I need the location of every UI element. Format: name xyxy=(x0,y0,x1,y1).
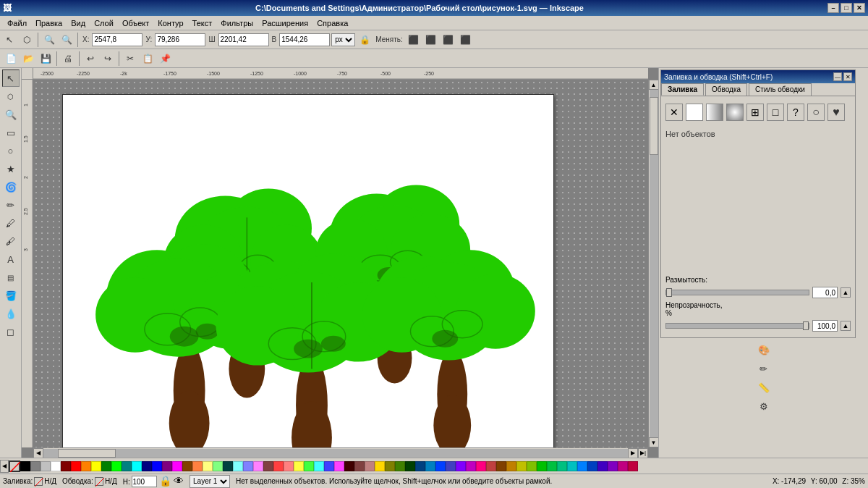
redo-btn[interactable]: ↪ xyxy=(100,51,116,67)
transform-btn2[interactable]: ⬛ xyxy=(423,32,439,48)
eraser-tool[interactable]: ◻ xyxy=(2,323,20,340)
hscroll-left-btn[interactable]: ◀ xyxy=(33,448,43,458)
color-swatch[interactable] xyxy=(456,461,466,471)
color-swatch[interactable] xyxy=(476,461,486,471)
stroke-style-tab[interactable]: Стиль обводки xyxy=(749,83,812,96)
color-swatch[interactable] xyxy=(608,461,618,471)
fill-tab[interactable]: Заливка xyxy=(661,83,704,96)
pen-tool[interactable]: 🖊 xyxy=(2,214,20,232)
color-swatch[interactable] xyxy=(213,461,223,471)
color-swatch[interactable] xyxy=(496,461,506,471)
open-btn[interactable]: 📂 xyxy=(20,51,36,67)
color-swatch[interactable] xyxy=(537,461,547,471)
menu-item-вид[interactable]: Вид xyxy=(67,17,90,29)
menu-item-расширения[interactable]: Расширения xyxy=(258,17,312,29)
color-swatch[interactable] xyxy=(557,461,567,471)
selector-tool[interactable]: ↖ xyxy=(2,70,20,87)
no-color-swatch[interactable] xyxy=(9,460,20,472)
color-swatch[interactable] xyxy=(385,461,395,471)
color-swatch[interactable] xyxy=(446,461,456,471)
layer-select[interactable]: Layer 1 xyxy=(190,475,230,488)
print-btn[interactable]: 🖨 xyxy=(60,51,76,67)
color-swatch[interactable] xyxy=(314,461,324,471)
transform-btn4[interactable]: ⬛ xyxy=(458,32,474,48)
menu-item-файл[interactable]: Файл xyxy=(3,17,31,29)
x-input[interactable] xyxy=(92,33,142,46)
fill-flat-btn[interactable] xyxy=(686,104,703,121)
maximize-button[interactable]: □ xyxy=(841,3,852,13)
hscroll-thumb[interactable] xyxy=(58,449,116,458)
star-tool[interactable]: ★ xyxy=(2,160,20,177)
text-tool[interactable]: A xyxy=(2,251,20,268)
color-swatch[interactable] xyxy=(192,461,203,471)
color-swatch[interactable] xyxy=(435,461,446,471)
menu-item-контур[interactable]: Контур xyxy=(153,17,187,29)
color-swatch[interactable] xyxy=(516,461,527,471)
gradient-tool[interactable]: ▤ xyxy=(2,269,20,286)
node-tool-btn[interactable]: ⬡ xyxy=(19,32,35,48)
w-input[interactable] xyxy=(218,33,269,46)
menu-item-слой[interactable]: Слой xyxy=(90,17,118,29)
lock-ratio-btn[interactable]: 🔒 xyxy=(357,32,373,48)
color-swatch[interactable] xyxy=(233,461,243,471)
select-tool-btn[interactable]: ↖ xyxy=(1,32,17,48)
fill-tool[interactable]: 🪣 xyxy=(2,287,20,304)
vscroll-up-btn[interactable]: ▲ xyxy=(649,80,659,90)
transform-btn3[interactable]: ⬛ xyxy=(441,32,456,48)
color-swatch[interactable] xyxy=(567,461,577,471)
color-swatch[interactable] xyxy=(263,461,273,471)
color-swatch[interactable] xyxy=(41,461,51,471)
color-swatch[interactable] xyxy=(466,461,476,471)
color-swatch[interactable] xyxy=(152,461,162,471)
color-swatch[interactable] xyxy=(618,461,628,471)
color-swatch[interactable] xyxy=(628,461,638,471)
color-swatch[interactable] xyxy=(91,461,101,471)
panel-close-btn[interactable]: ✕ xyxy=(843,72,852,81)
save-btn[interactable]: 💾 xyxy=(38,51,54,67)
color-swatch[interactable] xyxy=(587,461,597,471)
color-swatch[interactable] xyxy=(365,461,375,471)
zoom-in-btn[interactable]: 🔍 xyxy=(41,32,57,48)
pencil-tool[interactable]: ✏ xyxy=(2,196,20,214)
right-icon4[interactable]: ⚙ xyxy=(755,397,773,415)
color-swatch[interactable] xyxy=(223,461,233,471)
color-swatch[interactable] xyxy=(344,461,354,471)
undo-btn[interactable]: ↩ xyxy=(82,51,98,67)
menu-item-фильтры[interactable]: Фильтры xyxy=(216,17,258,29)
color-swatch[interactable] xyxy=(101,461,111,471)
blur-spinner-up[interactable]: ▲ xyxy=(841,287,851,298)
right-icon2[interactable]: ✏ xyxy=(755,360,773,377)
hscroll-end-btn[interactable]: ▶| xyxy=(638,448,648,458)
blur-value[interactable] xyxy=(812,287,838,298)
color-swatch[interactable] xyxy=(20,461,30,471)
color-swatch[interactable] xyxy=(111,461,122,471)
menu-item-объект[interactable]: Объект xyxy=(118,17,153,29)
blur-thumb[interactable] xyxy=(666,288,672,297)
node-tool[interactable]: ⬡ xyxy=(2,88,20,105)
color-swatch[interactable] xyxy=(577,461,587,471)
color-swatch[interactable] xyxy=(51,461,61,471)
color-swatch[interactable] xyxy=(547,461,557,471)
color-swatch[interactable] xyxy=(334,461,344,471)
color-swatch[interactable] xyxy=(324,461,334,471)
fill-border-btn[interactable]: □ xyxy=(767,104,784,121)
lock-icon[interactable]: 🔒 xyxy=(159,475,171,487)
vertical-scrollbar[interactable]: ▲ ▼ xyxy=(648,80,658,447)
units-select[interactable]: px xyxy=(331,33,355,46)
right-icon1[interactable]: 🎨 xyxy=(755,341,773,358)
h-input[interactable] xyxy=(279,33,330,46)
minimize-button[interactable]: – xyxy=(827,3,839,13)
color-swatch[interactable] xyxy=(506,461,516,471)
fill-none-btn[interactable]: ✕ xyxy=(665,104,683,121)
copy-btn[interactable]: 📋 xyxy=(140,51,156,67)
transform-btn1[interactable]: ⬛ xyxy=(406,32,422,48)
color-swatch[interactable] xyxy=(527,461,537,471)
panel-min-btn[interactable]: — xyxy=(833,72,842,81)
color-swatch[interactable] xyxy=(61,461,71,471)
paste-btn[interactable]: 📌 xyxy=(157,51,173,67)
color-swatch[interactable] xyxy=(294,461,304,471)
height-input[interactable] xyxy=(132,476,157,487)
color-swatch[interactable] xyxy=(81,461,91,471)
drawing-canvas[interactable] xyxy=(62,94,554,447)
color-swatch[interactable] xyxy=(203,461,213,471)
